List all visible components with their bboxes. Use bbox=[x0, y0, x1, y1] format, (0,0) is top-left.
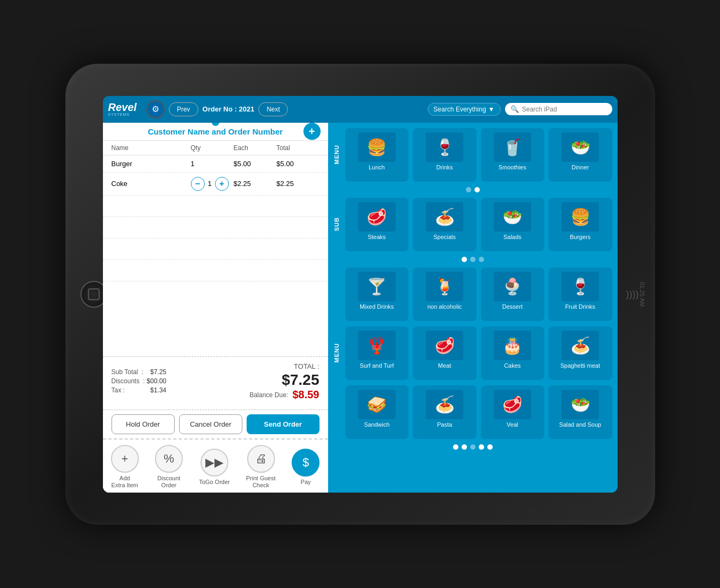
subtotal-label: Sub Total : bbox=[112, 368, 145, 376]
specials-label: Specials bbox=[433, 234, 456, 240]
menu-item-drinks[interactable]: 🍷 Drinks bbox=[413, 128, 477, 182]
table-row: Coke − 1 + $2.25 $2.25 bbox=[103, 173, 328, 196]
menu-item-fruit-drinks[interactable]: 🍷 Fruit Drinks bbox=[548, 267, 612, 321]
print-label: Print GuestCheck bbox=[246, 475, 276, 489]
menu-item-meat[interactable]: 🥩 Meat bbox=[413, 326, 477, 380]
summary-totals: Sub Total : $7.25 Discounts : $00.00 Tax… bbox=[112, 362, 320, 401]
order-table-header: Name Qty Each Total bbox=[103, 141, 328, 155]
dessert-image: 🍨 bbox=[494, 272, 531, 301]
right-panel: MENU 🍔 Lunch 🍷 Drinks 🥤 bbox=[328, 123, 618, 493]
menu-item-smoothies[interactable]: 🥤 Smoothies bbox=[481, 128, 545, 182]
gear-icon: ⚙ bbox=[152, 104, 159, 114]
specials-image: 🍝 bbox=[426, 202, 463, 232]
salad-soup-label: Salad and Soup bbox=[559, 421, 601, 428]
table-row: Burger 1 $5.00 $5.00 bbox=[103, 155, 328, 173]
col-total: Total bbox=[277, 144, 320, 152]
menu-item-steaks[interactable]: 🥩 Steaks bbox=[345, 198, 409, 251]
sandwich-label: Sandwich bbox=[364, 421, 390, 428]
togo-order-action[interactable]: ▶▶ ToGo Order bbox=[199, 449, 229, 486]
tax-label: Tax : bbox=[112, 386, 125, 394]
add-item-button[interactable]: + bbox=[303, 123, 321, 140]
cancel-order-button[interactable]: Cancel Order bbox=[179, 414, 242, 434]
fruit-drinks-label: Fruit Drinks bbox=[565, 303, 595, 310]
app-header: Revel SYSTEMS ⚙ Prev Order No : 2021 Nex… bbox=[103, 96, 618, 123]
time-display: 01:25 AM bbox=[639, 281, 645, 306]
menu-item-non-alcoholic[interactable]: 🍹 non alcoholic bbox=[413, 267, 477, 321]
menu-item-spaghetti[interactable]: 🍝 Spaghetti meat bbox=[548, 326, 612, 380]
pasta-label: Pasta bbox=[437, 421, 452, 428]
search-ipad-container: 🔍 bbox=[505, 103, 612, 115]
hold-order-button[interactable]: Hold Order bbox=[112, 414, 175, 434]
menu-item-pasta[interactable]: 🍝 Pasta bbox=[413, 385, 477, 439]
tax-row: Tax : $1.34 bbox=[112, 386, 167, 394]
steaks-label: Steaks bbox=[368, 234, 386, 240]
veal-image: 🥩 bbox=[494, 390, 531, 419]
menu-item-specials[interactable]: 🍝 Specials bbox=[413, 198, 477, 251]
discounts-row: Discounts : $00.00 bbox=[112, 377, 167, 385]
discount-label: DiscountOrder bbox=[158, 475, 181, 489]
dinner-image: 🥗 bbox=[561, 132, 599, 162]
steaks-image: 🥩 bbox=[358, 202, 396, 232]
lunch-image: 🍔 bbox=[358, 132, 396, 162]
menu-item-dinner[interactable]: 🥗 Dinner bbox=[548, 128, 612, 182]
order-summary: Sub Total : $7.25 Discounts : $00.00 Tax… bbox=[103, 356, 328, 410]
order-header: Customer Name and Order Number + bbox=[103, 123, 328, 141]
togo-icon: ▶▶ bbox=[201, 449, 228, 477]
app-main: Customer Name and Order Number + Name Qt… bbox=[103, 123, 618, 493]
add-extra-label: AddExtra Item bbox=[112, 475, 138, 489]
section-label-menu-1: MENU bbox=[333, 145, 341, 164]
settings-button[interactable]: ⚙ bbox=[146, 100, 165, 118]
discounts-value: $00.00 bbox=[147, 377, 167, 385]
print-check-action[interactable]: 🖨 Print GuestCheck bbox=[246, 445, 276, 489]
next-button[interactable]: Next bbox=[258, 102, 288, 116]
logo-sub: SYSTEMS bbox=[108, 113, 130, 116]
speaker-icon: )))) bbox=[626, 288, 639, 300]
meat-image: 🥩 bbox=[426, 331, 463, 360]
search-ipad-input[interactable] bbox=[522, 106, 607, 113]
menu-item-dessert[interactable]: 🍨 Dessert bbox=[481, 267, 545, 321]
increase-qty-button[interactable]: + bbox=[215, 177, 229, 191]
search-dropdown[interactable]: Search Everything ▼ bbox=[428, 103, 501, 116]
menu-section-5: 🥪 Sandwich 🍝 Pasta 🥩 Veal bbox=[333, 385, 612, 439]
mixed-drinks-image: 🍸 bbox=[358, 272, 396, 301]
menu-item-salads[interactable]: 🥗 Salads bbox=[481, 198, 545, 251]
fruit-drinks-image: 🍷 bbox=[561, 272, 599, 301]
prev-button[interactable]: Prev bbox=[169, 102, 198, 116]
menu-section-4: MENU 🦞 Surf and Turf 🥩 Meat 🎂 bbox=[333, 326, 612, 380]
total-value: $7.25 bbox=[249, 371, 319, 389]
menu-item-cakes[interactable]: 🎂 Cakes bbox=[481, 326, 545, 380]
menu-item-veal[interactable]: 🥩 Veal bbox=[481, 385, 545, 439]
dot-active bbox=[474, 187, 480, 192]
table-row-empty bbox=[103, 217, 328, 239]
menu-item-lunch[interactable]: 🍔 Lunch bbox=[345, 128, 409, 182]
lunch-label: Lunch bbox=[369, 164, 385, 170]
decrease-qty-button[interactable]: − bbox=[191, 177, 205, 191]
surf-turf-label: Surf and Turf bbox=[360, 362, 394, 369]
pay-action[interactable]: $ Pay bbox=[292, 449, 320, 486]
menu-grid-2: 🥩 Steaks 🍝 Specials 🥗 Salads bbox=[345, 198, 612, 251]
search-icon: 🔍 bbox=[510, 105, 519, 113]
item-each: $5.00 bbox=[234, 160, 277, 168]
menu-item-surf-turf[interactable]: 🦞 Surf and Turf bbox=[345, 326, 409, 380]
menu-section-1: MENU 🍔 Lunch 🍷 Drinks 🥤 bbox=[333, 128, 612, 182]
smoothies-image: 🥤 bbox=[494, 132, 531, 162]
menu-item-mixed-drinks[interactable]: 🍸 Mixed Drinks bbox=[345, 267, 409, 321]
home-button-inner bbox=[88, 288, 100, 300]
col-each: Each bbox=[234, 144, 277, 152]
section-label-menu-2: MENU bbox=[333, 343, 341, 362]
dots-sub bbox=[333, 257, 612, 262]
dot-active bbox=[462, 257, 467, 262]
menu-item-burgers[interactable]: 🍔 Burgers bbox=[548, 198, 612, 251]
chevron-down-icon: ▼ bbox=[488, 106, 495, 113]
cakes-label: Cakes bbox=[504, 362, 521, 369]
menu-item-sandwich[interactable]: 🥪 Sandwich bbox=[345, 385, 409, 439]
menu-item-salad-soup[interactable]: 🥗 Salad and Soup bbox=[548, 385, 612, 439]
salads-image: 🥗 bbox=[494, 202, 531, 232]
mixed-drinks-label: Mixed Drinks bbox=[360, 303, 394, 310]
add-extra-item-action[interactable]: + AddExtra Item bbox=[111, 445, 139, 489]
item-total: $5.00 bbox=[277, 160, 320, 168]
discount-order-action[interactable]: % DiscountOrder bbox=[155, 445, 183, 489]
menu-grid-1: 🍔 Lunch 🍷 Drinks 🥤 Smoothies bbox=[345, 128, 612, 182]
send-order-button[interactable]: Send Order bbox=[247, 414, 320, 434]
drinks-label: Drinks bbox=[436, 164, 453, 170]
